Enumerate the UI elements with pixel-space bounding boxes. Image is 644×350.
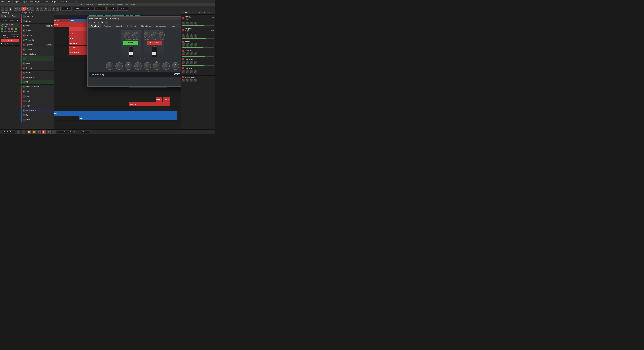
track-row-loop1[interactable]: + Loop1 bbox=[20, 89, 54, 94]
eq-treble-knob[interactable] bbox=[162, 62, 170, 70]
transport-back[interactable]: ⏪ bbox=[27, 130, 30, 134]
inspector-events-header[interactable]: События трека Аранжи. bbox=[0, 23, 20, 28]
eq-gain-knob[interactable] bbox=[106, 62, 114, 70]
track-row-layer2[interactable]: ▮ Layer Kick 12 bbox=[20, 47, 54, 52]
mix-ret-crashes[interactable] bbox=[194, 22, 198, 25]
plugin-tab-master[interactable]: Master bbox=[168, 24, 178, 28]
plugin-tab-amplifiers[interactable]: Amplifiers bbox=[101, 24, 114, 28]
track-row-fx2[interactable]: FX FX bbox=[20, 80, 54, 85]
transport-stop[interactable]: ⏹ bbox=[42, 130, 46, 134]
track-row-acoustic[interactable]: ▮ Acoustic Layer bbox=[20, 52, 54, 56]
fader-vintage[interactable] bbox=[182, 38, 214, 39]
plugin-tb-camera[interactable]: 📷 bbox=[105, 21, 108, 24]
tb-erase[interactable]: ⌫ bbox=[44, 7, 47, 10]
track-row-bass-bus[interactable]: + BASS bbox=[20, 117, 54, 122]
event-c[interactable]: C bbox=[8, 28, 11, 30]
transport-fast-forward[interactable]: ⏩ bbox=[32, 130, 36, 134]
fader-crashes[interactable] bbox=[182, 25, 214, 26]
mix-knob-3c[interactable] bbox=[190, 43, 194, 47]
eq-himid-knob[interactable] bbox=[153, 62, 160, 70]
right-tab-control[interactable]: Control R. bbox=[198, 11, 206, 14]
plugin-tab-microphones[interactable]: Microphones bbox=[139, 24, 153, 28]
arr-bg-bass[interactable]: Bass bbox=[54, 111, 181, 116]
fader-5[interactable] bbox=[182, 65, 214, 65]
track-row-ozzy[interactable]: ▮ Ozzy Kit bbox=[20, 66, 54, 71]
track-row-drums-bus[interactable]: ⊞ DRUMS BUS bbox=[20, 108, 54, 113]
arr-block-bass[interactable]: Bass bbox=[54, 111, 177, 116]
fader-4[interactable] bbox=[182, 56, 214, 57]
mix-knob-4a[interactable] bbox=[182, 52, 185, 55]
mix-knob-7b[interactable] bbox=[186, 79, 190, 82]
transport-rewind[interactable]: ⏮ bbox=[17, 130, 20, 134]
transport-play[interactable]: ▶ bbox=[47, 130, 51, 134]
track-row-layer1[interactable]: ▮ Layer Kick 1 Монитор bbox=[20, 42, 54, 47]
plugin-tb-next[interactable]: ▶ bbox=[97, 21, 100, 24]
mix-knob-5d[interactable] bbox=[194, 61, 198, 64]
arr-block-loop4[interactable]: ~waveform~ bbox=[129, 102, 170, 106]
track-row-chord[interactable]: ♪ Chord Track bbox=[20, 14, 54, 19]
plugin-tb-save[interactable]: 💾 bbox=[101, 21, 104, 24]
track-row-vintage-kit[interactable]: ▮ Vintage Kit bbox=[20, 38, 54, 42]
mix-knob-6c[interactable] bbox=[190, 70, 194, 73]
rec-drums[interactable]: R bbox=[51, 25, 53, 27]
track-row-crashes[interactable]: ▮ Crashes bbox=[20, 33, 54, 38]
plugin-tab-configuration[interactable]: Configuration bbox=[154, 24, 168, 28]
inspector-tab-editor[interactable]: Редактор bbox=[7, 43, 13, 45]
gate-threshold-knob[interactable] bbox=[124, 32, 130, 38]
track-row-electronic[interactable]: + Electronic Kit bbox=[20, 75, 54, 80]
mix-knob-6b[interactable] bbox=[186, 70, 190, 73]
eq-freq2-knob[interactable] bbox=[144, 62, 151, 70]
mix-knob-4b[interactable] bbox=[186, 52, 190, 55]
arr-block-bass-bus[interactable]: BASS bbox=[79, 116, 177, 121]
track-row-drums-room[interactable]: ▮ Drums Room bbox=[20, 61, 54, 66]
tb-undo[interactable]: ↩ bbox=[1, 7, 4, 10]
tb-mode-a[interactable]: A bbox=[30, 7, 34, 10]
solo-drums[interactable]: S bbox=[48, 25, 50, 27]
mix-vol-crashes[interactable] bbox=[182, 22, 185, 25]
gate-button[interactable]: GATE bbox=[123, 41, 138, 45]
eq-lomid-knob[interactable] bbox=[134, 62, 142, 70]
menu-item-file[interactable]: Файл bbox=[1, 1, 6, 2]
mix-pan-vintage[interactable] bbox=[186, 34, 190, 38]
plugin-tab-cabinets[interactable]: Cabinets bbox=[114, 24, 125, 28]
overdrive-level-knob[interactable] bbox=[159, 32, 165, 38]
fader-3[interactable] bbox=[182, 47, 214, 48]
mix-knob-6a[interactable] bbox=[182, 70, 185, 73]
track-row-hihats[interactable]: ▮ HiHats bbox=[20, 71, 54, 75]
tb-glue[interactable]: ⊕ bbox=[52, 7, 55, 10]
track-row-drums-reverb[interactable]: ▮ Drums FX Reverb bbox=[20, 85, 54, 89]
gate-slider[interactable] bbox=[128, 47, 133, 57]
transport-record[interactable]: ⏺ bbox=[52, 130, 56, 134]
mix-knob-5c[interactable] bbox=[190, 61, 194, 64]
right-tab-med[interactable]: Мед. bbox=[190, 11, 198, 14]
tb-draw[interactable]: ✏ bbox=[40, 7, 43, 10]
quantize-display[interactable]: 1/16 bbox=[95, 7, 105, 10]
menu-item-help[interactable]: Помощь bbox=[71, 1, 78, 2]
fader-6[interactable] bbox=[182, 74, 214, 74]
arr-bg-bass-bus[interactable]: BASS bbox=[54, 116, 181, 121]
mix-vol-vintage[interactable] bbox=[182, 34, 185, 38]
inspector-play-btn[interactable]: ▶ bbox=[1, 15, 3, 17]
mix-knob-4d[interactable] bbox=[194, 52, 198, 55]
inspector-arranger-header[interactable]: ▶ Arranger Track ✎ bbox=[0, 14, 20, 18]
menu-item-transport[interactable]: Транспорт bbox=[42, 1, 50, 2]
arr-block-loop3a[interactable]: Loop3 (15 1 bbox=[156, 97, 162, 102]
tb-zoom[interactable]: 🔍 bbox=[56, 7, 60, 10]
track-row-loop3[interactable]: + Loop3 bbox=[20, 99, 54, 103]
event-a[interactable]: A bbox=[1, 28, 4, 30]
track-row-loop4[interactable]: + Loop4 bbox=[20, 103, 54, 108]
eq-master-knob[interactable] bbox=[172, 62, 179, 70]
event-h[interactable]: H bbox=[8, 31, 11, 33]
mix-knob-7c[interactable] bbox=[190, 79, 194, 82]
menu-item-edit[interactable]: Правка bbox=[8, 1, 13, 2]
track-row-bass[interactable]: ⊟ Bass bbox=[20, 113, 54, 117]
grid-display[interactable]: Сетка bbox=[74, 7, 84, 10]
overdrive-button[interactable]: OVERDRIVE bbox=[147, 41, 162, 45]
tb-mode-w[interactable]: W bbox=[26, 7, 30, 10]
mix-knob-7d[interactable] bbox=[194, 79, 198, 82]
mute-drums[interactable]: M bbox=[46, 25, 48, 27]
menu-item-window[interactable]: Окно bbox=[60, 1, 64, 2]
tb-split[interactable]: ✂ bbox=[48, 7, 51, 10]
event-f[interactable]: F bbox=[1, 31, 4, 33]
track-row-sections[interactable]: ≡ Sections bbox=[20, 19, 54, 24]
